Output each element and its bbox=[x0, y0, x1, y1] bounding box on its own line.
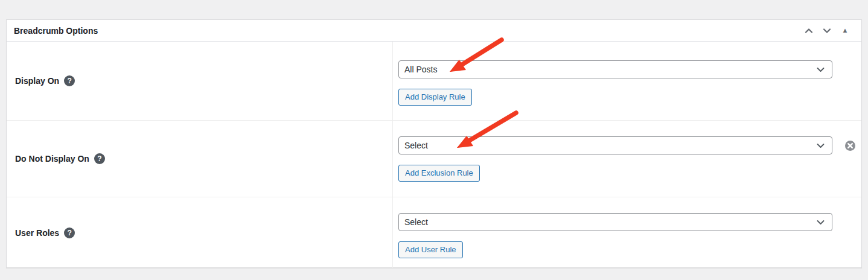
row-label-cell: Display On ? bbox=[7, 42, 393, 120]
do-not-display-on-label: Do Not Display On bbox=[15, 154, 89, 164]
help-icon[interactable]: ? bbox=[64, 228, 75, 238]
add-display-rule-button[interactable]: Add Display Rule bbox=[398, 89, 472, 106]
chevron-up-icon bbox=[804, 26, 814, 36]
breadcrumb-options-panel: Breadcrumb Options ▲ Display On ? All Po… bbox=[6, 19, 862, 268]
add-exclusion-rule-button[interactable]: Add Exclusion Rule bbox=[398, 165, 480, 182]
display-on-select-value: All Posts bbox=[404, 65, 437, 74]
row-field-cell: Select Add User Rule bbox=[393, 197, 861, 268]
setting-row-user-roles: User Roles ? Select Add User Rule bbox=[7, 197, 861, 268]
setting-row-do-not-display-on: Do Not Display On ? Select Add Excl bbox=[7, 121, 861, 197]
remove-rule-button[interactable] bbox=[844, 139, 856, 151]
chevron-down-icon bbox=[817, 220, 825, 225]
toggle-panel-button[interactable]: ▲ bbox=[838, 24, 852, 37]
do-not-display-on-select[interactable]: Select bbox=[398, 136, 832, 154]
chevron-down-icon bbox=[817, 143, 825, 148]
do-not-display-on-select-value: Select bbox=[404, 141, 428, 150]
help-icon[interactable]: ? bbox=[94, 153, 105, 164]
help-icon[interactable]: ? bbox=[64, 75, 75, 86]
display-on-select[interactable]: All Posts bbox=[398, 60, 832, 78]
display-on-label: Display On bbox=[15, 76, 59, 86]
row-field-cell: Select Add Exclusion Rule bbox=[393, 121, 861, 197]
panel-header-controls: ▲ bbox=[802, 24, 852, 37]
dismiss-circle-icon bbox=[844, 140, 856, 151]
add-user-rule-button[interactable]: Add User Rule bbox=[398, 241, 463, 258]
user-roles-select-value: Select bbox=[404, 217, 428, 227]
chevron-down-icon bbox=[822, 26, 832, 36]
user-roles-select[interactable]: Select bbox=[398, 213, 832, 231]
triangle-up-icon: ▲ bbox=[842, 27, 849, 34]
row-label-cell: User Roles ? bbox=[7, 197, 393, 268]
user-roles-label: User Roles bbox=[15, 228, 59, 238]
move-up-button[interactable] bbox=[802, 24, 815, 37]
setting-row-display-on: Display On ? All Posts Add Display Rule bbox=[7, 42, 861, 121]
move-down-button[interactable] bbox=[820, 24, 834, 37]
panel-title: Breadcrumb Options bbox=[14, 26, 98, 36]
chevron-down-icon bbox=[817, 67, 825, 72]
row-field-cell: All Posts Add Display Rule bbox=[393, 42, 861, 120]
panel-header: Breadcrumb Options ▲ bbox=[7, 20, 861, 42]
row-label-cell: Do Not Display On ? bbox=[7, 121, 393, 197]
